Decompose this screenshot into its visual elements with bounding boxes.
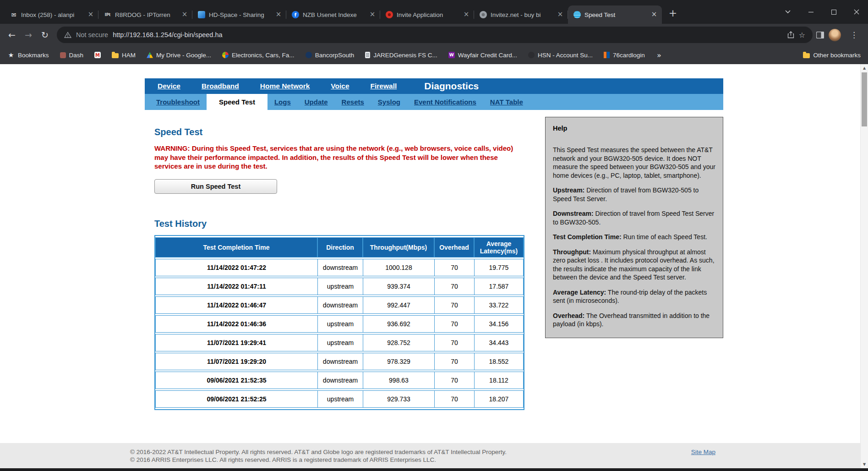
bookmark-label: HSN - Account Su...	[538, 52, 593, 59]
browser-tab-speed-test[interactable]: Speed Test×	[568, 5, 662, 24]
nav-item-device[interactable]: Device	[158, 82, 180, 90]
page-footer: © 2016-2022 AT&T Intellectual Property. …	[0, 443, 868, 468]
subnav-item-syslog[interactable]: Syslog	[371, 94, 407, 110]
tab-search-chevron-icon[interactable]	[776, 0, 799, 24]
bookmarks-bar: ★BookmarksDashMHAMMy Drive - Google...El…	[0, 46, 868, 64]
tab-close-icon[interactable]: ×	[368, 11, 377, 19]
browser-tab-nzb-usenet-indexe[interactable]: fNZB Usenet Indexe×	[286, 5, 380, 24]
table-row: 11/14/2022 01:47:11upstream939.3747017.5…	[155, 278, 524, 295]
overhead-cell: 70	[434, 259, 474, 276]
other-bookmarks[interactable]: Other bookmarks	[803, 52, 861, 59]
run-speed-test-button[interactable]: Run Speed Test	[154, 179, 277, 194]
bookmark-item-wayfair-credit-card[interactable]: WWayfair Credit Card...	[448, 52, 517, 59]
bookmark-label: BancorpSouth	[315, 52, 355, 59]
subnav-item-nat-table[interactable]: NAT Table	[483, 94, 530, 110]
tab-title: Invite Application	[397, 11, 459, 18]
overhead-cell: 70	[434, 353, 474, 370]
back-button[interactable]: ←	[4, 27, 20, 43]
address-bar[interactable]: Not secure http://192.168.1.254/cgi-bin/…	[57, 27, 813, 43]
url-text[interactable]: http://192.168.1.254/cgi-bin/speed.ha	[113, 31, 222, 38]
nav-item-broadband[interactable]: Broadband	[202, 82, 239, 90]
sub-nav: TroubleshootSpeed TestLogsUpdateResetsSy…	[145, 94, 723, 110]
bookmark-item-jaredgenesis-fs-c[interactable]: JAREDGenesis FS C...	[365, 52, 437, 59]
close-icon	[854, 9, 859, 15]
wayfair-icon: W	[448, 52, 455, 58]
bookmark-item-76cardlogin[interactable]: 76cardlogin	[604, 52, 645, 59]
bookmark-item-bookmarks[interactable]: ★Bookmarks	[7, 51, 49, 59]
tab-title: R8RDOG - IPTorren	[115, 11, 177, 18]
tab-close-icon[interactable]: ×	[556, 11, 564, 19]
subnav-item-resets[interactable]: Resets	[335, 94, 371, 110]
speed-test-history-table: Test Completion TimeDirectionThroughput(…	[154, 235, 524, 410]
subnav-item-speed-test[interactable]: Speed Test	[207, 94, 267, 110]
latency-cell: 33.722	[474, 296, 524, 314]
overhead-cell: 70	[434, 390, 474, 408]
bookmark-item-my-drive-google[interactable]: My Drive - Google...	[147, 52, 211, 59]
bookmark-label: Bookmarks	[18, 52, 49, 59]
bookmark-item-electronics-cars-fa[interactable]: Electronics, Cars, Fa...	[222, 52, 295, 59]
maximize-button[interactable]	[822, 0, 845, 24]
folder-icon	[803, 53, 810, 58]
minimize-button[interactable]	[799, 0, 822, 24]
latency-cell: 17.587	[474, 278, 524, 295]
envelope-favicon: ✉	[10, 11, 17, 18]
overhead-cell: 70	[434, 334, 474, 351]
main-nav: DeviceBroadbandHome NetworkVoiceFirewall…	[145, 78, 723, 94]
tab-close-icon[interactable]: ×	[650, 11, 658, 19]
side-panel-icon[interactable]	[816, 32, 824, 38]
minimize-icon	[808, 10, 813, 15]
bookmark-item-dash[interactable]: Dash	[60, 52, 84, 59]
subnav-item-troubleshoot[interactable]: Troubleshoot	[149, 94, 207, 110]
tab-close-icon[interactable]: ×	[462, 11, 470, 19]
browser-tab-invitez-net-buy-bi[interactable]: Invitez.net - buy bi×	[474, 5, 568, 24]
scrollbar-thumb[interactable]	[862, 72, 867, 126]
reload-button[interactable]: ↻	[37, 27, 53, 43]
browser-menu-icon[interactable]: ⋮	[846, 30, 863, 39]
page-viewport: DeviceBroadbandHome NetworkVoiceFirewall…	[0, 64, 868, 471]
bookmark-item-hsn-account-su[interactable]: HSN - Account Su...	[528, 52, 593, 59]
bookmark-list: ★BookmarksDashMHAMMy Drive - Google...El…	[7, 51, 645, 59]
direction-cell: downstream	[317, 259, 363, 276]
help-paragraph: Throughput: Maximum physical throughput …	[553, 248, 715, 282]
invitez-favicon	[480, 11, 487, 18]
warning-triangle-icon	[64, 32, 71, 38]
table-row: 11/07/2021 19:29:20downstream978.3297018…	[155, 353, 524, 370]
throughput-cell: 929.733	[363, 390, 434, 408]
profile-avatar[interactable]	[829, 29, 841, 41]
bookmark-item-gmail[interactable]: M	[94, 52, 101, 58]
scroll-down-arrow-icon[interactable]: ▼	[861, 460, 868, 468]
browser-tab-r8rdog-iptorren[interactable]: IPtR8RDOG - IPTorren×	[98, 5, 192, 24]
subnav-item-update[interactable]: Update	[298, 94, 335, 110]
browser-tab-invite-application[interactable]: Invite Application×	[380, 5, 474, 24]
nav-item-firewall[interactable]: Firewall	[371, 82, 397, 90]
share-icon[interactable]	[787, 31, 794, 38]
completion-time-cell: 11/14/2022 01:47:22	[155, 259, 317, 276]
tab-close-icon[interactable]: ×	[274, 11, 283, 19]
help-paragraph: This Speed Test measures the speed betwe…	[553, 146, 715, 180]
hsn-icon	[528, 52, 535, 58]
tab-close-icon[interactable]: ×	[87, 11, 95, 19]
tab-close-icon[interactable]: ×	[180, 11, 189, 19]
bookmark-star-icon[interactable]: ☆	[799, 31, 805, 39]
subnav-item-logs[interactable]: Logs	[267, 94, 298, 110]
scroll-up-arrow-icon[interactable]: ▲	[861, 64, 868, 72]
forward-button[interactable]: →	[20, 27, 37, 43]
new-tab-button[interactable]: +	[666, 6, 680, 21]
throughput-cell: 939.374	[363, 278, 434, 295]
browser-tab-hd-space-sharing[interactable]: HD-Space - Sharing×	[192, 5, 286, 24]
bookmarks-overflow-chevron[interactable]: »	[657, 51, 661, 60]
security-label[interactable]: Not secure	[76, 31, 108, 38]
browser-tab-inbox-258-alanpi[interactable]: ✉Inbox (258) - alanpi×	[5, 5, 98, 24]
bookmark-item-bancorpsouth[interactable]: BancorpSouth	[306, 52, 355, 59]
site-map-link[interactable]: Site Map	[691, 449, 715, 455]
direction-cell: downstream	[317, 296, 363, 314]
page-scrollbar[interactable]: ▲ ▼	[860, 64, 868, 468]
nav-item-voice[interactable]: Voice	[331, 82, 349, 90]
nav-item-home-network[interactable]: Home Network	[260, 82, 310, 90]
close-window-button[interactable]	[845, 0, 868, 24]
bookmark-item-ham[interactable]: HAM	[112, 52, 136, 59]
direction-cell: upstream	[317, 334, 363, 351]
subnav-item-event-notifications[interactable]: Event Notifications	[407, 94, 483, 110]
nav-item-diagnostics-active[interactable]: Diagnostics	[424, 81, 479, 92]
bookmark-label: 76cardlogin	[613, 52, 645, 59]
